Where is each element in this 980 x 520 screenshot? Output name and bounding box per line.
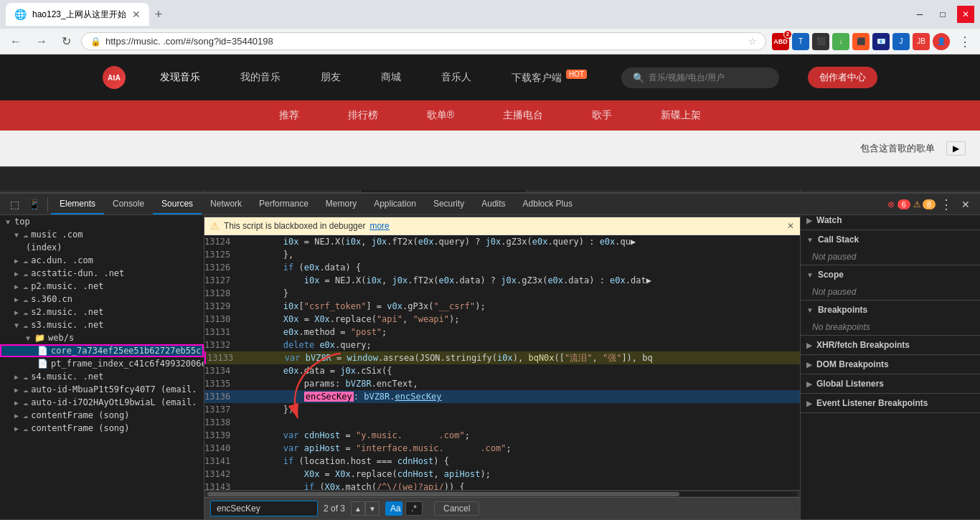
refresh-button[interactable]: ↻ — [57, 32, 75, 51]
maximize-button[interactable]: □ — [934, 6, 951, 23]
event-listener-breakpoints-header[interactable]: ▶ Event Listener Breakpoints — [801, 394, 980, 412]
tree-item-webs[interactable]: ▼ 📁 web/s — [0, 331, 204, 344]
tree-item-s3music[interactable]: ▼ ☁ s3.music. .net — [0, 318, 204, 331]
inspect-button[interactable]: ⬚ — [6, 197, 24, 212]
line-number: 13139 — [204, 429, 239, 442]
tree-item-pt-frame[interactable]: 📄 pt_frame_index_c41c6f49932006e03c6a... — [0, 357, 204, 370]
dt-tab-adblock[interactable]: Adblock Plus — [514, 194, 581, 214]
blackbox-more-link[interactable]: more — [369, 221, 389, 231]
active-tab[interactable]: 🌐 hao123_上网从这里开始 ✕ — [6, 3, 149, 26]
sub-nav-recommend[interactable]: 推荐 — [276, 106, 302, 125]
line-content: params: bVZ8R.encText, — [239, 377, 800, 390]
dt-tab-sources[interactable]: Sources — [153, 194, 202, 214]
nav-shop[interactable]: 商城 — [375, 68, 407, 87]
dt-tab-network[interactable]: Network — [202, 194, 250, 214]
tree-item-p2music[interactable]: ▶ ☁ p2.music. .net — [0, 280, 204, 293]
tree-item-s2music[interactable]: ▶ ☁ s2.music. .net — [0, 306, 204, 318]
sub-nav-playlists[interactable]: 歌单® — [424, 106, 457, 125]
find-match-case-button[interactable]: Aa — [385, 501, 402, 516]
tree-item-auto-id-1[interactable]: ▶ ☁ auto-id-MbuaP1t59fcy40T7 (email. .co… — [0, 383, 204, 396]
dt-tab-audits[interactable]: Audits — [473, 194, 514, 214]
line-content: }); — [239, 403, 800, 416]
ext-abd[interactable]: ABD 2 — [772, 33, 789, 50]
blackbox-close-button[interactable]: ✕ — [787, 221, 794, 231]
scope-header[interactable]: ▼ Scope — [801, 265, 980, 284]
bookmark-icon[interactable]: ☆ — [748, 36, 757, 47]
find-regex-button[interactable]: .* — [405, 501, 423, 516]
page-action-button[interactable]: ▶ — [946, 141, 966, 156]
global-listeners-header[interactable]: ▶ Global Listeners — [801, 374, 980, 393]
ext-8[interactable]: JB — [913, 33, 930, 50]
site-search-bar[interactable]: 🔍 音乐/视频/电台/用户 — [621, 67, 779, 88]
create-center-button[interactable]: 创作者中心 — [808, 67, 877, 88]
ext-4[interactable]: ↓ — [832, 33, 849, 50]
breakpoints-header[interactable]: ▼ Breakpoints — [801, 301, 980, 319]
code-line-13128: 13128 } — [204, 287, 800, 300]
tree-item-core-file[interactable]: 📄 core_7a734ef25ee51b62727eb55c7f6eb1... — [0, 344, 204, 357]
tab-close-button[interactable]: ✕ — [132, 9, 141, 19]
dt-tab-security[interactable]: Security — [425, 194, 473, 214]
search-icon: 🔍 — [633, 72, 644, 83]
ext-2[interactable]: T — [792, 33, 809, 50]
find-input[interactable] — [210, 501, 318, 516]
browser-menu-button[interactable]: ⋮ — [956, 31, 974, 52]
dt-tab-console[interactable]: Console — [104, 194, 153, 214]
tree-item-auto-id-2[interactable]: ▶ ☁ auto-id-i7O2HAyOtL9bwiaL (email. .co… — [0, 396, 204, 409]
tree-item-top[interactable]: ▼ top — [0, 215, 204, 228]
nav-friends[interactable]: 朋友 — [315, 68, 347, 87]
tree-item-acstatic[interactable]: ▶ ☁ acstatic-dun. .net — [0, 267, 204, 280]
dom-breakpoints-header[interactable]: ▶ DOM Breakpoints — [801, 355, 980, 374]
tab-bar: 🌐 hao123_上网从这里开始 ✕ + — [6, 3, 903, 26]
close-button[interactable]: ✕ — [957, 6, 974, 23]
tree-item-index[interactable]: (index) — [0, 241, 204, 254]
warning-icon[interactable]: ⚠ — [913, 199, 921, 209]
ext-3[interactable]: ⬛ — [812, 33, 829, 50]
find-prev-button[interactable]: ▲ — [351, 501, 365, 516]
dt-tab-memory[interactable]: Memory — [317, 194, 365, 214]
nav-my-music[interactable]: 我的音乐 — [235, 68, 286, 87]
devtools-settings-button[interactable]: ⋮ — [936, 195, 957, 214]
line-content: e0x.method = "post"; — [239, 326, 800, 339]
dt-tab-elements[interactable]: Elements — [51, 194, 104, 214]
tree-item-s360[interactable]: ▶ ☁ s.360.cn — [0, 293, 204, 306]
code-editor[interactable]: 13124 i0x = NEJ.X(i0x, j0x.fT2x(e0x.quer… — [204, 235, 800, 490]
dt-tab-application[interactable]: Application — [365, 194, 425, 214]
find-cancel-button[interactable]: Cancel — [434, 501, 479, 516]
minimize-button[interactable]: ─ — [911, 6, 928, 23]
sub-nav: 推荐 排行榜 歌单® 主播电台 歌手 新碟上架 — [0, 100, 980, 131]
call-stack-header[interactable]: ▼ Call Stack — [801, 230, 980, 249]
search-placeholder: 音乐/视频/电台/用户 — [649, 72, 725, 84]
new-tab-button[interactable]: + — [152, 4, 166, 25]
tree-item-acdun[interactable]: ▶ ☁ ac.dun. .com — [0, 254, 204, 267]
global-listeners-label: Global Listeners — [816, 379, 884, 389]
error-icon[interactable]: ⊗ — [887, 199, 895, 209]
ext-5[interactable]: ⬛ — [852, 33, 870, 50]
devtools-close-button[interactable]: ✕ — [957, 197, 974, 212]
sub-nav-radio[interactable]: 主播电台 — [500, 106, 546, 125]
site-nav: AtA 发现音乐 我的音乐 朋友 商城 音乐人 下载客户端 HOT 🔍 音乐/视… — [0, 60, 980, 95]
nav-musician[interactable]: 音乐人 — [435, 68, 477, 87]
ext-7[interactable]: J — [892, 33, 910, 50]
horizontal-scrollbar[interactable] — [204, 490, 800, 497]
back-button[interactable]: ← — [6, 32, 26, 51]
xhr-breakpoints-header[interactable]: ▶ XHR/fetch Breakpoints — [801, 336, 980, 354]
watch-label: Watch — [816, 215, 842, 225]
find-nav-buttons: ▲ ▼ — [351, 501, 380, 516]
forward-button[interactable]: → — [32, 32, 52, 51]
sub-nav-new-albums[interactable]: 新碟上架 — [658, 106, 704, 125]
nav-discover-music[interactable]: 发现音乐 — [154, 68, 206, 87]
cloud-icon: ☁ — [23, 268, 28, 278]
dt-tab-performance[interactable]: Performance — [250, 194, 317, 214]
device-button[interactable]: 📱 — [24, 197, 44, 212]
find-next-button[interactable]: ▼ — [365, 501, 380, 516]
nav-download[interactable]: 下载客户端 HOT — [506, 67, 593, 88]
ext-avatar[interactable]: 👤 — [933, 33, 950, 50]
ext-6[interactable]: 📧 — [872, 33, 890, 50]
sub-nav-artists[interactable]: 歌手 — [589, 106, 615, 125]
sub-nav-charts[interactable]: 排行榜 — [345, 106, 381, 125]
tree-item-content-frame-1[interactable]: ▶ ☁ contentFrame (song) — [0, 409, 204, 422]
tree-item-music-com[interactable]: ▼ ☁ music .com — [0, 228, 204, 241]
tree-item-content-frame-2[interactable]: ▶ ☁ contentFrame (song) — [0, 422, 204, 435]
url-bar[interactable]: 🔒 https://music. .com/#/song?id=35440198… — [81, 32, 766, 50]
tree-item-s4music[interactable]: ▶ ☁ s4.music. .net — [0, 370, 204, 383]
